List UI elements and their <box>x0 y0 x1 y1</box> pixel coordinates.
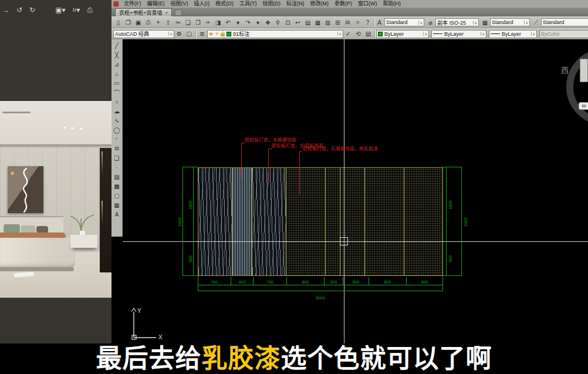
lock-icon[interactable] <box>221 33 225 36</box>
region-icon[interactable]: ▢ <box>112 191 122 200</box>
point-icon[interactable]: · <box>112 163 122 172</box>
text-style-select[interactable]: Standard∨ <box>384 18 424 26</box>
viewcube-wcs-badge[interactable]: W <box>579 102 588 110</box>
dim-label: 800 <box>384 280 391 284</box>
color-select[interactable]: ByLayer ∨ <box>376 30 429 38</box>
save-icon[interactable]: ▣ <box>133 18 143 27</box>
menu-item[interactable]: 标注(N) <box>283 0 307 8</box>
plot-icon[interactable]: ⎙ <box>143 18 153 27</box>
linetype-select[interactable]: ByLayer ∨ <box>431 30 486 38</box>
menu-item[interactable]: 格式(O) <box>212 0 236 8</box>
zoom-realtime-icon[interactable]: ⚲ <box>273 18 283 27</box>
image-options-icon[interactable]: ▣▾ <box>55 6 65 14</box>
menu-item[interactable]: 文件(F) <box>121 0 144 8</box>
forward-icon[interactable]: → <box>2 6 9 14</box>
dim-style-icon[interactable]: ⌀ <box>427 19 434 26</box>
rectangle-icon[interactable]: ▭ <box>112 78 122 87</box>
menu-item[interactable]: 帮助(H) <box>380 0 404 8</box>
quickcalc-icon[interactable]: ⌗ <box>353 18 363 27</box>
open-icon[interactable]: ❐ <box>123 18 133 27</box>
spline-icon[interactable]: ∿ <box>112 116 122 125</box>
workspace-save-icon[interactable]: ▢ <box>184 29 194 38</box>
gradient-icon[interactable]: ▩ <box>112 181 122 191</box>
match-properties-icon[interactable]: ✑ <box>203 18 213 27</box>
viewcube-face[interactable] <box>580 59 588 82</box>
dim-label: 800 <box>421 280 428 284</box>
pan-icon[interactable]: ✥ <box>263 18 273 27</box>
workspace-settings-icon[interactable]: ⚙ <box>174 29 184 38</box>
dim-style-select[interactable]: 副本 ISO-25∨ <box>435 18 479 26</box>
new-tab-button[interactable] <box>175 9 182 16</box>
properties-icon[interactable]: ▤ <box>303 18 313 27</box>
menu-item[interactable]: 视图(V) <box>168 0 191 8</box>
sheet-set-manager-icon[interactable]: ⊞ <box>333 18 343 27</box>
ellipse-icon[interactable]: ◯ <box>112 125 122 134</box>
copy-icon[interactable]: ❏ <box>183 18 193 27</box>
insert-block-icon[interactable]: ⧉ <box>112 144 122 153</box>
markup-icon[interactable]: ✉ <box>343 18 353 27</box>
circle-icon[interactable]: ○ <box>112 97 122 106</box>
menu-item[interactable]: 参数(P) <box>332 0 355 8</box>
arc-icon[interactable]: ⌒ <box>112 87 122 97</box>
zoom-window-icon[interactable]: ⊡ <box>283 18 293 27</box>
tool-palettes-icon[interactable]: ▥ <box>323 18 333 27</box>
crop-menu-icon[interactable]: ⌗▾ <box>73 6 80 14</box>
print-icon[interactable]: ⎙ <box>87 6 93 14</box>
menu-item[interactable]: 插入(I) <box>191 0 213 8</box>
help-icon[interactable]: ? <box>363 18 373 27</box>
ellipse-arc-icon[interactable]: ◜ <box>112 134 122 144</box>
cut-icon[interactable]: ✂ <box>173 18 183 27</box>
publish-icon[interactable]: ⇧ <box>163 18 173 27</box>
undo-menu-icon[interactable]: ▾ <box>233 18 243 27</box>
layer-states-icon[interactable]: ▤ <box>363 29 373 38</box>
model-space-canvas[interactable]: ╱╳⊿⌂▭⌒○☁∿◯◜⧉❑·▨▩▢▦A 70040070080030050080… <box>111 39 588 343</box>
app-icon[interactable] <box>113 1 119 6</box>
layer-properties-icon[interactable]: ≣ <box>197 29 207 38</box>
designcenter-icon[interactable]: ▦ <box>313 18 323 27</box>
extension-line <box>442 276 443 291</box>
redo-menu-icon[interactable]: ▾ <box>253 18 263 27</box>
make-block-icon[interactable]: ❑ <box>112 153 122 163</box>
hatch-icon[interactable]: ▨ <box>112 172 122 181</box>
layer-select[interactable]: ◉ ☀ 01标注 ∨ <box>207 30 343 38</box>
menu-item[interactable]: 修改(M) <box>307 0 332 8</box>
menu-item[interactable]: 工具(T) <box>236 0 260 8</box>
zoom-previous-icon[interactable]: ↩ <box>293 18 303 27</box>
new-icon[interactable]: ▯ <box>113 18 123 27</box>
menu-item[interactable]: 窗口(W) <box>355 0 380 8</box>
lineweight-select[interactable]: ByLayer ∨ <box>489 30 537 38</box>
block-editor-icon[interactable]: ◨ <box>213 18 223 27</box>
undo-icon[interactable]: ↶ <box>223 18 233 27</box>
make-object-layer-current-icon[interactable]: ✓ <box>343 29 353 38</box>
text-style-icon[interactable]: A <box>376 19 383 26</box>
workspace-icons: ⚙▢ <box>174 29 194 38</box>
photo-duvet <box>0 238 75 268</box>
redo-icon[interactable]: ↷ <box>243 18 253 27</box>
dim-label: 700 <box>211 280 218 284</box>
paste-icon[interactable]: ❒ <box>193 18 203 27</box>
table-icon[interactable]: ▦ <box>112 200 122 210</box>
line-icon[interactable]: ╱ <box>112 41 122 50</box>
table-style-icon[interactable]: ▦ <box>481 19 489 26</box>
rotate-left-icon[interactable]: ↺ <box>16 6 22 14</box>
multileader-style-select[interactable]: Standard∨ <box>541 18 588 26</box>
rotate-right-icon[interactable]: ↻ <box>29 6 35 14</box>
layer-on-icon[interactable]: ◉ <box>209 31 213 36</box>
polygon-icon[interactable]: ⌂ <box>112 69 122 78</box>
mtext-icon[interactable]: A <box>112 210 122 219</box>
plot-preview-icon[interactable]: ⌖ <box>153 18 163 27</box>
workspace-select[interactable]: AutoCAD 经典 ∨ <box>113 30 174 38</box>
table-style-select[interactable]: Standard∨ <box>490 18 530 26</box>
layer-previous-icon[interactable]: ⟲ <box>353 29 363 38</box>
construction-line-icon[interactable]: ╳ <box>112 50 122 59</box>
menu-item[interactable]: 编辑(E) <box>144 0 168 8</box>
close-tab-icon[interactable]: × <box>165 10 168 15</box>
viewcube-west-label[interactable]: 西 <box>561 64 569 75</box>
menu-item[interactable]: 绘图(D) <box>260 0 284 8</box>
photo-vase <box>80 231 85 235</box>
layer-freeze-icon[interactable]: ☀ <box>215 31 219 36</box>
drawing-tab[interactable]: 衣柜+书柜+背景墙 × <box>115 8 172 16</box>
polyline-icon[interactable]: ⊿ <box>112 59 122 69</box>
revision-cloud-icon[interactable]: ☁ <box>112 106 122 116</box>
multileader-style-icon[interactable]: ⟋ <box>532 19 540 26</box>
